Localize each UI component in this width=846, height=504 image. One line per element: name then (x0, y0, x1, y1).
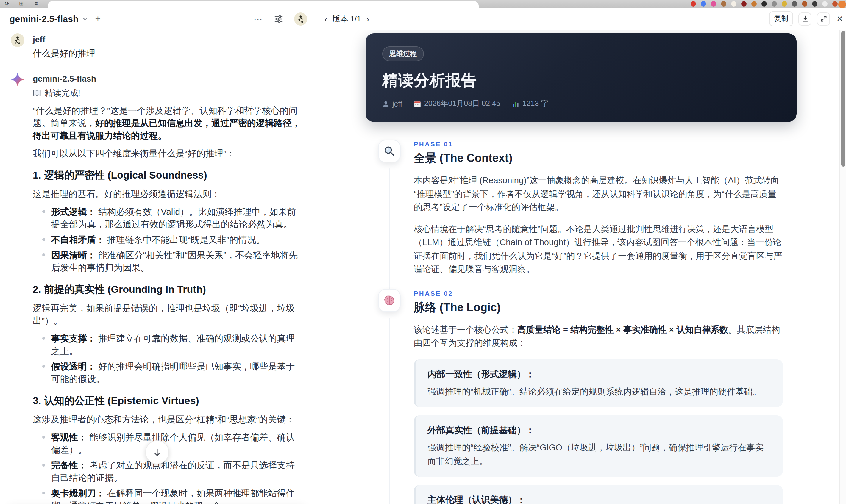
report-badge: 思维过程 (382, 47, 424, 61)
extension-icon[interactable] (701, 1, 706, 6)
dimension-box-title: 内部一致性（形式逻辑）： (427, 368, 771, 380)
scroll-to-bottom-button[interactable] (145, 440, 169, 464)
section-bullets: 客观性： 能够识别并尽量排除个人偏见（如幸存者偏差、确认偏差）。完备性： 考虑了… (33, 431, 301, 504)
dimension-box: 内部一致性（形式逻辑）：强调推理的“机械正确”。结论必须在给定的规则系统内逻辑自… (414, 359, 783, 407)
extension-icon[interactable] (832, 1, 838, 6)
extension-icon[interactable] (761, 1, 767, 6)
user-message-text: 什么是好的推理 (33, 47, 301, 59)
extension-icon[interactable] (772, 1, 777, 6)
section-bullets: 形式逻辑： 结构必须有效（Valid）。比如演绎推理中，如果前提全部为真，那么通… (33, 205, 301, 274)
chat-message-list[interactable]: jeff 什么是好的推理 (0, 30, 316, 504)
assistant-message: gemini-2.5-flash 精读完成! “什么是好的推理 (11, 73, 301, 504)
version-next-button[interactable]: › (367, 14, 369, 23)
extension-icon[interactable] (792, 1, 797, 6)
chat-panel: jeff 什么是好的推理 (0, 30, 316, 504)
scrollbar-thumb[interactable] (841, 31, 845, 167)
phase-lead: 该论述基于一个核心公式：高质量结论 = 结构完整性 × 事实准确性 × 认知自律… (414, 323, 783, 349)
browser-grid-icon[interactable]: ⊞ (19, 0, 23, 7)
user-avatar[interactable] (294, 12, 307, 25)
report-datetime: 2026年01月08日 02:45 (414, 99, 500, 109)
assistant-lead: 我们可以从以下四个维度来衡量什么是“好的推理”： (33, 147, 301, 160)
calendar-icon (414, 100, 421, 107)
user-message: jeff 什么是好的推理 (11, 33, 301, 59)
report-title: 精读分析报告 (382, 70, 780, 91)
phase-title: 全景 (The Context) (414, 151, 783, 165)
version-label: 版本 1/1 (333, 13, 361, 24)
extension-icon[interactable] (822, 1, 828, 6)
download-icon[interactable] (798, 12, 811, 25)
version-prev-button[interactable]: ‹ (324, 14, 327, 23)
browser-chrome-strip: ⟳ ⊞ ≡ (0, 0, 846, 8)
settings-sliders-icon[interactable] (274, 14, 283, 23)
bullet-item: 完备性： 考虑了对立的观点和潜在的反证，而不是只选择支持自己结论的证据。 (41, 459, 301, 484)
dimension-boxes: 内部一致性（形式逻辑）：强调推理的“机械正确”。结论必须在给定的规则系统内逻辑自… (414, 359, 783, 504)
browser-address-bar[interactable] (48, 1, 479, 8)
report-author: jeff (382, 100, 402, 108)
magnifier-icon (378, 140, 401, 162)
more-options-icon[interactable]: ⋯ (253, 13, 263, 24)
app-window: ⟳ ⊞ ≡ gemini-2.5-flash + ⋯ (0, 0, 846, 504)
user-name: jeff (33, 33, 301, 45)
bullet-text: 能够识别并尽量排除个人偏见（如幸存者偏差、确认偏差）。 (51, 432, 295, 455)
bullet-term: 奥卡姆剃刀： (51, 488, 105, 498)
dimension-box: 主体伦理（认识美德）：转向推理者的心理特征。引入奥卡姆剃刀和反向论证，旨在克服人… (414, 485, 783, 504)
bullet-item: 因果清晰： 能准确区分“相关性”和“因果关系”，不会轻率地将先后发生的事情归为因… (41, 249, 301, 274)
assistant-markdown: “什么是好的推理？”这是一个涉及逻辑学、认知科学和哲学核心的问题。简单来说，好的… (33, 104, 301, 504)
dimension-box-text: 强调推理的“机械正确”。结论必须在给定的规则系统内逻辑自洽，这是推理的硬件基础。 (427, 385, 771, 398)
report-header-card: 思维过程 精读分析报告 jeff 2026年01月08日 02:45 (366, 33, 797, 122)
extension-icon[interactable] (691, 1, 696, 6)
bullet-term: 不自相矛盾： (51, 234, 105, 245)
close-icon[interactable]: ✕ (836, 14, 843, 23)
timeline-connector (389, 168, 390, 289)
section-intro: 这涉及推理者的心态和方法论，也是区分“杠精”和“思想家”的关键： (33, 413, 301, 426)
chevron-down-icon[interactable] (82, 16, 88, 22)
bullet-item: 不自相矛盾： 推理链条中不能出现“既是又非”的情况。 (41, 233, 301, 246)
phase-label: PHASE 02 (414, 289, 783, 297)
artifact-panel[interactable]: 思维过程 精读分析报告 jeff 2026年01月08日 02:45 (316, 30, 846, 504)
phase-label: PHASE 01 (414, 140, 783, 148)
report-meta: jeff 2026年01月08日 02:45 1213 字 (382, 99, 780, 109)
version-navigator: ‹ 版本 1/1 › (324, 13, 369, 24)
section-heading: 2. 前提的真实性 (Grounding in Truth) (33, 283, 301, 296)
extension-icon[interactable] (812, 1, 817, 6)
user-avatar (11, 33, 24, 47)
bullet-term: 事实支撑： (51, 333, 96, 343)
section-bullets: 事实支撑： 推理建立在可靠的数据、准确的观测或公认的真理之上。假设透明： 好的推… (33, 332, 301, 385)
report-word-count: 1213 字 (512, 99, 549, 109)
dimension-box-title: 外部真实性（前提基础）： (427, 424, 771, 436)
extension-icon[interactable] (741, 1, 746, 6)
dimension-box-text: 强调推理的“经验校准”。解决“GIGO（垃圾进，垃圾出）”问题，确保推理引擎运行… (427, 441, 771, 468)
extension-icon[interactable] (802, 1, 807, 6)
bullet-term: 假设透明： (51, 361, 96, 371)
phase-title: 脉络 (The Logic) (414, 300, 783, 314)
section-intro: 这是推理的基石。好的推理必须遵循逻辑法则： (33, 187, 301, 200)
phase-paragraphs: 本内容是对“推理 (Reasoning)”这一抽象概念的高层建模。在知识爆炸与人… (414, 174, 783, 276)
person-icon (382, 100, 389, 107)
dimension-box: 外部真实性（前提基础）：强调推理的“经验校准”。解决“GIGO（垃圾进，垃圾出）… (414, 415, 783, 476)
browser-menu-icon[interactable]: ≡ (35, 0, 38, 7)
new-chat-button[interactable]: + (95, 14, 101, 23)
scrollbar-track[interactable] (840, 30, 846, 504)
chat-header: gemini-2.5-flash + ⋯ (0, 12, 316, 25)
bullet-term: 形式逻辑： (51, 206, 96, 217)
bullet-term: 完备性： (51, 460, 87, 470)
timeline-connector (389, 318, 390, 504)
section-heading: 1. 逻辑的严密性 (Logical Soundness) (33, 168, 301, 182)
bar-chart-icon (512, 100, 519, 107)
extension-icon[interactable] (782, 1, 787, 6)
copy-button[interactable]: 复制 (769, 11, 793, 26)
artifact-header: ‹ 版本 1/1 › 复制 ✕ (316, 11, 846, 26)
extension-icon[interactable] (711, 1, 716, 6)
phase-section-1: PHASE 01 全景 (The Context) 本内容是对“推理 (Reas… (378, 140, 783, 289)
extension-icon[interactable] (721, 1, 726, 6)
bullet-item: 客观性： 能够识别并尽量排除个人偏见（如幸存者偏差、确认偏差）。 (41, 431, 301, 456)
bullet-item: 奥卡姆剃刀： 在解释同一个现象时，如果两种推理都能站得住脚，通常倾向于最简单、假… (41, 487, 301, 504)
extension-icon[interactable] (751, 1, 757, 6)
expand-icon[interactable] (817, 12, 830, 25)
extension-icon[interactable] (731, 1, 737, 6)
model-selector[interactable]: gemini-2.5-flash (10, 14, 78, 24)
browser-reload-icon[interactable]: ⟳ (5, 0, 9, 7)
browser-profile-avatar[interactable] (838, 1, 846, 8)
bullet-term: 因果清晰： (51, 250, 96, 260)
browser-extension-icons[interactable] (691, 1, 838, 6)
